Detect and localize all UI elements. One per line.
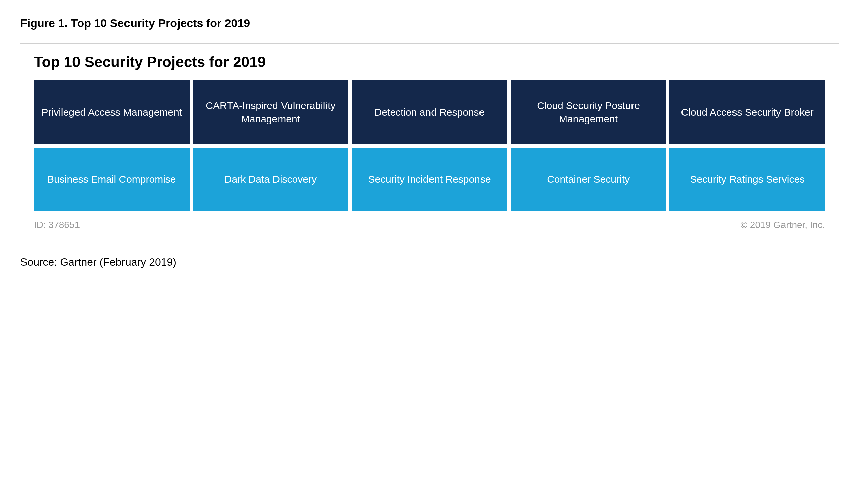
footer-id: ID: 378651 (34, 220, 80, 230)
cell-security-ratings-services: Security Ratings Services (669, 147, 825, 211)
cell-cloud-access-security-broker: Cloud Access Security Broker (669, 80, 825, 144)
footer-copyright: © 2019 Gartner, Inc. (740, 220, 825, 230)
figure-caption: Figure 1. Top 10 Security Projects for 2… (20, 17, 839, 30)
chart-footer: ID: 378651 © 2019 Gartner, Inc. (34, 220, 825, 230)
chart-container: Top 10 Security Projects for 2019 Privil… (20, 43, 839, 237)
cell-privileged-access-management: Privileged Access Management (34, 80, 190, 144)
cell-container-security: Container Security (511, 147, 666, 211)
cell-detection-response: Detection and Response (352, 80, 507, 144)
cell-dark-data-discovery: Dark Data Discovery (193, 147, 349, 211)
cell-carta-vulnerability-management: CARTA-Inspired Vulnerability Management (193, 80, 349, 144)
cell-business-email-compromise: Business Email Compromise (34, 147, 190, 211)
cell-cloud-security-posture: Cloud Security Posture Management (511, 80, 666, 144)
source-line: Source: Gartner (February 2019) (20, 256, 839, 268)
cell-security-incident-response: Security Incident Response (352, 147, 507, 211)
projects-grid: Privileged Access Management CARTA-Inspi… (34, 80, 825, 211)
chart-title: Top 10 Security Projects for 2019 (34, 54, 825, 70)
